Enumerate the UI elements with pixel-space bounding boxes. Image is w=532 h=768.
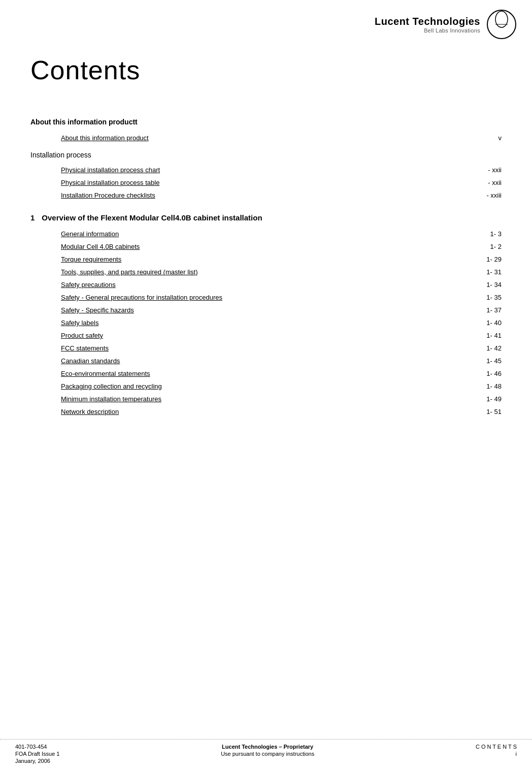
toc-link-chart[interactable]: Physical installation process chart (61, 166, 160, 174)
svg-point-1 (495, 11, 508, 27)
toc-link-network[interactable]: Network description (61, 408, 119, 415)
toc-link-min-temp[interactable]: Minimum installation temperatures (61, 395, 161, 403)
toc-entry-tools: Tools, supplies, and parts required (mas… (30, 268, 502, 276)
brand-logo-icon (486, 9, 517, 40)
toc-page-checklists: - xxiii (486, 191, 502, 199)
toc-entry-product-safety: Product safety 1- 41 (30, 332, 502, 339)
toc-link-table[interactable]: Physical installation process table (61, 179, 159, 186)
footer-right: C O N T E N T S i (476, 744, 517, 757)
toc-page-safety-specific: 1- 37 (486, 306, 502, 314)
toc-page-product-safety: 1- 41 (486, 332, 502, 339)
toc-link-safety-labels[interactable]: Safety labels (61, 319, 98, 327)
toc-page-about: v (498, 134, 502, 142)
toc-page-safety-labels: 1- 40 (486, 319, 502, 327)
toc-entry: About this information product v (30, 134, 502, 142)
toc-link-canadian[interactable]: Canadian standards (61, 357, 120, 365)
toc-entry-eco: Eco-environmental statements 1- 46 (30, 370, 502, 377)
toc-link-safety-specific[interactable]: Safety - Specific hazards (61, 306, 134, 314)
toc-page-safety-general: 1- 35 (486, 294, 502, 301)
toc-entry-safety-general: Safety - General precautions for install… (30, 294, 502, 301)
toc-link-eco[interactable]: Eco-environmental statements (61, 370, 150, 377)
toc-page-packaging: 1- 48 (486, 382, 502, 390)
toc-link-torque[interactable]: Torque requirements (61, 255, 121, 263)
toc-entry-table: Physical installation process table - xx… (30, 179, 502, 186)
toc-link-fcc[interactable]: FCC statements (61, 344, 109, 352)
toc-entry-packaging: Packaging collection and recycling 1- 48 (30, 382, 502, 390)
toc-entry-safety-precautions: Safety precautions 1- 34 (30, 281, 502, 289)
toc-link-safety-precautions[interactable]: Safety precautions (61, 281, 116, 289)
toc-link-about[interactable]: About this information product (61, 134, 149, 142)
toc-page-chart: - xxii (488, 166, 502, 174)
toc-entry-safety-labels: Safety labels 1- 40 (30, 319, 502, 327)
chapter1-num: 1 (30, 213, 35, 222)
footer-center: Lucent Technologies – Proprietary Use pu… (221, 744, 314, 757)
toc-page-min-temp: 1- 49 (486, 395, 502, 403)
footer-section-label: C O N T E N T S (476, 744, 517, 750)
footer-draft-issue: FOA Draft Issue 1 (15, 751, 59, 757)
toc-page-canadian: 1- 45 (486, 357, 502, 365)
footer-doc-number: 401-703-454 (15, 744, 59, 750)
brand-tagline: Bell Labs Innovations (375, 27, 480, 34)
toc-link-checklists[interactable]: Installation Procedure checklists (61, 191, 155, 199)
toc-entry-chart: Physical installation process chart - xx… (30, 166, 502, 174)
page-header: Lucent Technologies Bell Labs Innovation… (0, 0, 532, 45)
footer-left: 401-703-454 FOA Draft Issue 1 January, 2… (15, 744, 59, 764)
toc-page-table: - xxii (488, 179, 502, 186)
toc-page-general-info: 1- 3 (490, 230, 502, 238)
installation-section-header: Installation process (30, 151, 502, 159)
page-footer: 401-703-454 FOA Draft Issue 1 January, 2… (0, 739, 532, 768)
toc-link-tools[interactable]: Tools, supplies, and parts required (mas… (61, 268, 198, 276)
toc-link-product-safety[interactable]: Product safety (61, 332, 103, 339)
toc-link-packaging[interactable]: Packaging collection and recycling (61, 382, 162, 390)
page-wrapper: Lucent Technologies Bell Labs Innovation… (0, 0, 532, 768)
footer-page-number: i (476, 751, 517, 757)
footer-date: January, 2006 (15, 758, 59, 764)
toc-page-network: 1- 51 (486, 408, 502, 415)
about-section-header: About this information productt (30, 118, 502, 126)
chapter1-heading: 1 Overview of the Flexent Modular Cell4.… (30, 213, 502, 222)
logo-area: Lucent Technologies Bell Labs Innovation… (375, 9, 517, 40)
toc-entry-fcc: FCC statements 1- 42 (30, 344, 502, 352)
chapter1-label: Overview of the Flexent Modular Cell4.0B… (42, 213, 262, 222)
toc-entry-min-temp: Minimum installation temperatures 1- 49 (30, 395, 502, 403)
toc-entry-torque: Torque requirements 1- 29 (30, 255, 502, 263)
toc-entry-canadian: Canadian standards 1- 45 (30, 357, 502, 365)
toc-page-eco: 1- 46 (486, 370, 502, 377)
toc-page-fcc: 1- 42 (486, 344, 502, 352)
logo-text: Lucent Technologies Bell Labs Innovation… (375, 16, 480, 34)
toc-page-modular-cell: 1- 2 (490, 243, 502, 250)
toc-entry-safety-specific: Safety - Specific hazards 1- 37 (30, 306, 502, 314)
footer-use-notice: Use pursuant to company instructions (221, 751, 314, 757)
toc-link-general-info[interactable]: General information (61, 230, 119, 238)
toc-entry-network: Network description 1- 51 (30, 408, 502, 415)
toc-link-safety-general[interactable]: Safety - General precautions for install… (61, 294, 222, 301)
toc-page-torque: 1- 29 (486, 255, 502, 263)
toc-link-modular-cell[interactable]: Modular Cell 4.0B cabinets (61, 243, 140, 250)
page-title: Contents (0, 45, 532, 106)
toc-page-tools: 1- 31 (486, 268, 502, 276)
toc-entry-modular-cell: Modular Cell 4.0B cabinets 1- 2 (30, 243, 502, 250)
toc-entry-checklists: Installation Procedure checklists - xxii… (30, 191, 502, 199)
footer-proprietary: Lucent Technologies – Proprietary (221, 744, 314, 750)
toc-entry-general-info: General information 1- 3 (30, 230, 502, 238)
toc-page-safety-precautions: 1- 34 (486, 281, 502, 289)
main-content: About this information productt About th… (0, 118, 532, 461)
brand-name: Lucent Technologies (375, 16, 480, 27)
